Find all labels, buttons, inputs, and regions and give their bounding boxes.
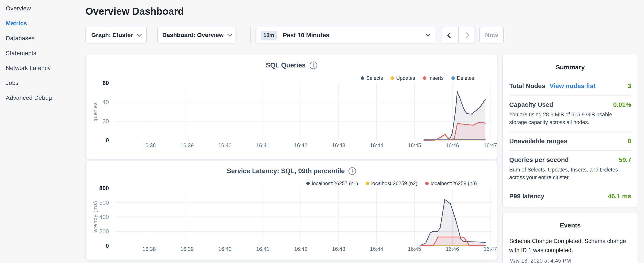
svg-text:400: 400	[99, 214, 109, 220]
time-range-dropdown[interactable]: 10m Past 10 Minutes	[256, 27, 436, 43]
svg-text:16:43: 16:43	[332, 142, 345, 148]
svg-text:16:44: 16:44	[370, 142, 383, 148]
sql-queries-chart[interactable]: 16:3816:3916:4016:4116:4216:4316:4416:45…	[86, 55, 497, 159]
sidebar-item-overview[interactable]: Overview	[6, 5, 85, 12]
svg-text:16:47: 16:47	[484, 246, 497, 252]
toolbar: Graph: Cluster Dashboard: Overview 10m P…	[86, 27, 504, 43]
dashboard-label: Dashboard: Overview	[162, 32, 224, 39]
svg-text:16:46: 16:46	[446, 246, 459, 252]
summary-label: Queries per second	[509, 156, 569, 163]
svg-text:16:41: 16:41	[256, 142, 270, 148]
summary-value: 59.7	[619, 156, 631, 163]
svg-text:16:43: 16:43	[332, 246, 345, 252]
sidebar-item-statements[interactable]: Statements	[6, 50, 85, 57]
chevron-right-icon	[464, 32, 470, 38]
svg-text:16:41: 16:41	[256, 246, 270, 252]
svg-text:16:47: 16:47	[484, 142, 497, 148]
svg-text:16:45: 16:45	[408, 246, 421, 252]
sidebar-item-jobs[interactable]: Jobs	[6, 80, 85, 86]
summary-label: Capacity Used	[509, 101, 553, 108]
sidebar: Overview Metrics Databases Statements Ne…	[0, 0, 85, 263]
summary-label: Total Nodes	[509, 82, 545, 90]
summary-row-unavailable-ranges: Unavailable ranges 0	[509, 132, 631, 150]
summary-panel: Summary Total Nodes View nodes list 3 Ca…	[502, 55, 638, 207]
sidebar-item-metrics[interactable]: Metrics	[6, 20, 85, 27]
svg-text:16:46: 16:46	[446, 142, 459, 148]
summary-value: 3	[628, 82, 631, 90]
svg-text:40: 40	[102, 99, 109, 105]
event-timestamp: May 13, 2020 at 4:45 PM	[509, 257, 631, 263]
graph-scope-label: Graph: Cluster	[91, 32, 133, 39]
chevron-down-icon	[137, 32, 142, 37]
summary-row-p99-latency: P99 latency 46.1 ms	[509, 187, 631, 205]
svg-text:16:44: 16:44	[370, 246, 383, 252]
svg-text:600: 600	[99, 200, 109, 206]
now-button[interactable]: Now	[480, 27, 504, 43]
summary-label: Unavailable ranges	[509, 137, 567, 145]
time-next-button[interactable]	[458, 27, 475, 43]
summary-title: Summary	[503, 55, 638, 71]
time-prev-button[interactable]	[442, 27, 458, 43]
events-panel: Events Schema Change Completed: Schema c…	[502, 213, 638, 263]
svg-text:16:42: 16:42	[294, 142, 308, 148]
time-range-badge: 10m	[261, 31, 277, 40]
page-title: Overview Dashboard	[86, 6, 184, 17]
svg-text:16:40: 16:40	[218, 142, 232, 148]
svg-text:800: 800	[99, 185, 109, 191]
chevron-down-icon	[228, 32, 232, 37]
chevron-left-icon	[447, 32, 453, 38]
svg-text:16:42: 16:42	[294, 246, 308, 252]
graph-scope-dropdown[interactable]: Graph: Cluster	[86, 27, 147, 43]
summary-value: 46.1 ms	[608, 193, 631, 200]
chevron-down-icon	[426, 32, 430, 36]
svg-text:60: 60	[102, 80, 109, 86]
sql-queries-card: SQL Queries i SelectsUpdatesInsertsDelet…	[86, 55, 498, 159]
svg-text:200: 200	[99, 228, 109, 235]
summary-row-queries-per-second: Queries per second 59.7 Sum of Selects, …	[509, 150, 631, 187]
svg-text:16:40: 16:40	[218, 246, 232, 252]
sidebar-item-advanced-debug[interactable]: Advanced Debug	[6, 95, 85, 101]
time-pager	[442, 27, 475, 43]
dashboard-dropdown[interactable]: Dashboard: Overview	[157, 27, 236, 43]
sidebar-item-databases[interactable]: Databases	[6, 35, 85, 42]
sidebar-item-network-latency[interactable]: Network Latency	[6, 65, 85, 72]
summary-label: P99 latency	[509, 193, 544, 200]
svg-text:0: 0	[106, 242, 109, 249]
summary-value: 0	[628, 137, 631, 145]
svg-text:20: 20	[102, 118, 109, 124]
view-nodes-list-link[interactable]: View nodes list	[550, 82, 595, 90]
service-latency-chart[interactable]: 16:3816:3916:4016:4116:4216:4316:4416:45…	[86, 161, 497, 259]
service-latency-card: Service Latency: SQL, 99th percentile i …	[86, 161, 498, 260]
svg-text:16:45: 16:45	[408, 142, 421, 148]
svg-text:16:39: 16:39	[180, 142, 194, 148]
svg-text:queries: queries	[92, 102, 98, 122]
summary-subtext: You are using 28.6 MiB of 515.9 GiB usab…	[509, 111, 631, 126]
toolbar-divider	[250, 27, 251, 43]
svg-text:16:38: 16:38	[142, 246, 156, 252]
summary-row-capacity-used: Capacity Used 0.01% You are using 28.6 M…	[509, 95, 631, 132]
svg-text:latency (ms): latency (ms)	[92, 201, 98, 234]
event-text[interactable]: Schema Change Completed: Schema change w…	[509, 237, 631, 255]
summary-value: 0.01%	[613, 101, 631, 108]
svg-text:0: 0	[106, 137, 109, 144]
summary-row-total-nodes: Total Nodes View nodes list 3	[509, 77, 631, 95]
now-label: Now	[485, 32, 498, 39]
events-title: Events	[503, 213, 638, 229]
summary-subtext: Sum of Selects, Updates, Inserts, and De…	[509, 166, 631, 181]
svg-text:16:39: 16:39	[180, 246, 194, 252]
time-range-label: Past 10 Minutes	[283, 32, 329, 39]
svg-text:16:38: 16:38	[142, 142, 156, 148]
